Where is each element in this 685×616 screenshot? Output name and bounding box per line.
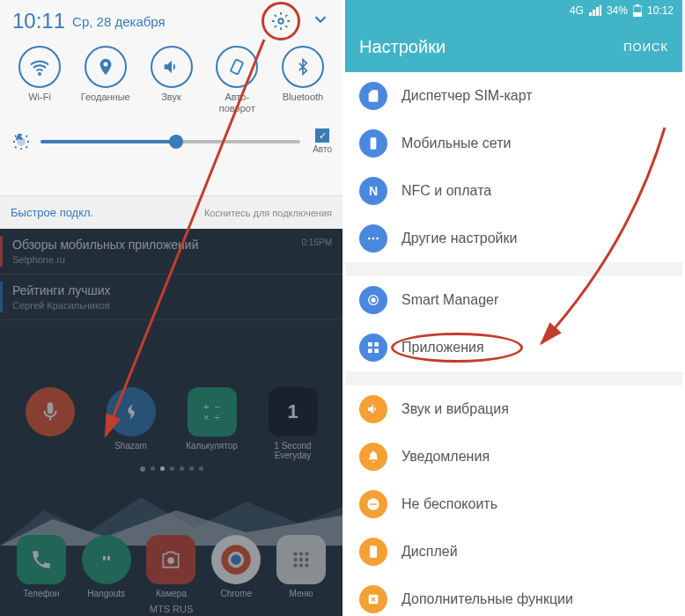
sound-icon [162, 57, 181, 77]
gear-icon [271, 11, 291, 31]
setting-display[interactable]: Дисплей [345, 528, 682, 576]
toggle-sound[interactable]: Звук [141, 46, 203, 114]
toggle-rotate[interactable]: Авто- поворот [206, 46, 268, 114]
clock-date: Ср, 28 декабря [72, 14, 166, 29]
svg-point-30 [372, 238, 375, 240]
search-button[interactable]: ПОИСК [623, 40, 668, 54]
settings-list[interactable]: Диспетчер SIM-карт Мобильные сети NNFC и… [345, 72, 682, 616]
svg-rect-27 [636, 4, 639, 6]
location-icon [96, 57, 115, 77]
network-indicator: 4G [570, 4, 584, 17]
setting-notifications[interactable]: Уведомления [345, 433, 682, 480]
chevron-down-icon [311, 10, 330, 29]
quick-toggles: Wi-Fi Геоданные Звук Авто- поворот Bluet… [7, 42, 335, 121]
settings-title: Настройки [359, 37, 446, 57]
display-icon [366, 545, 380, 559]
signal-icon [589, 5, 601, 16]
notifications-icon [366, 450, 380, 464]
bluetooth-icon [294, 58, 312, 76]
battery-icon [633, 4, 642, 17]
svg-point-31 [376, 238, 379, 240]
setting-apps[interactable]: Приложения [345, 324, 682, 371]
svg-rect-34 [368, 342, 372, 347]
phone-quick-panel: 10:11 Ср, 28 декабря Wi-Fi Геоданные [0, 0, 345, 616]
svg-point-29 [368, 238, 371, 240]
battery-percent: 34% [607, 4, 628, 17]
quick-connect-title: Быстрое подкл. [11, 206, 93, 219]
brightness-icon: A [11, 131, 32, 152]
expand-button[interactable] [311, 10, 330, 33]
quick-connect-bar[interactable]: Быстрое подкл. Коснитесь для подключения [0, 195, 342, 229]
advanced-icon [366, 592, 380, 606]
setting-dnd[interactable]: Не беспокоить [345, 480, 682, 528]
dots-icon [366, 231, 380, 246]
svg-rect-40 [370, 546, 377, 557]
svg-point-0 [278, 18, 284, 24]
notification-area: Обзоры мобильных приложений Setphone.ru … [0, 229, 342, 616]
notification-panel-top: 10:11 Ср, 28 декабря Wi-Fi Геоданные [0, 0, 342, 195]
wifi-icon [29, 56, 50, 77]
dnd-icon [366, 497, 380, 511]
settings-header: Настройки ПОИСК [345, 21, 682, 72]
status-bar: 4G 34% 10:12 [345, 0, 682, 21]
setting-advanced[interactable]: Дополнительные функции [345, 576, 682, 616]
toggle-bluetooth[interactable]: Bluetooth [272, 46, 334, 114]
quick-connect-hint: Коснитесь для подключения [204, 208, 332, 218]
sound-setting-icon [366, 402, 380, 416]
setting-sim[interactable]: Диспетчер SIM-карт [345, 72, 682, 120]
svg-rect-39 [370, 503, 377, 504]
clock-time: 10:11 [12, 9, 65, 33]
phone-settings: 4G 34% 10:12 Настройки ПОИСК Диспетчер S… [345, 0, 682, 616]
svg-rect-36 [368, 348, 372, 353]
settings-button[interactable] [263, 4, 298, 39]
rotate-icon [227, 57, 247, 77]
svg-rect-35 [374, 342, 379, 347]
status-time: 10:12 [647, 4, 674, 17]
svg-rect-2 [231, 59, 244, 74]
svg-rect-28 [371, 137, 377, 149]
brightness-slider[interactable] [41, 140, 300, 143]
toggle-wifi[interactable]: Wi-Fi [9, 46, 70, 114]
apps-icon [366, 341, 380, 355]
setting-sound[interactable]: Звук и вибрация [345, 385, 682, 433]
sim-icon [366, 89, 380, 103]
setting-smart-manager[interactable]: Smart Manager [345, 276, 682, 324]
svg-point-1 [39, 73, 41, 75]
svg-text:A: A [17, 133, 22, 141]
setting-mobile[interactable]: Мобильные сети [345, 120, 682, 167]
setting-more[interactable]: Другие настройки [345, 215, 682, 262]
svg-rect-26 [633, 12, 642, 17]
dim-overlay [0, 229, 342, 616]
status-row: 10:11 Ср, 28 декабря [7, 0, 335, 42]
setting-nfc[interactable]: NNFC и оплата [345, 167, 682, 215]
brightness-row: A ✓ Авто [7, 121, 335, 161]
smart-manager-icon [366, 293, 380, 307]
mobile-networks-icon [366, 136, 380, 150]
svg-point-33 [372, 298, 375, 302]
svg-rect-37 [374, 348, 379, 353]
toggle-location[interactable]: Геоданные [75, 46, 136, 114]
auto-brightness-checkbox[interactable]: ✓ Авто [313, 128, 332, 154]
